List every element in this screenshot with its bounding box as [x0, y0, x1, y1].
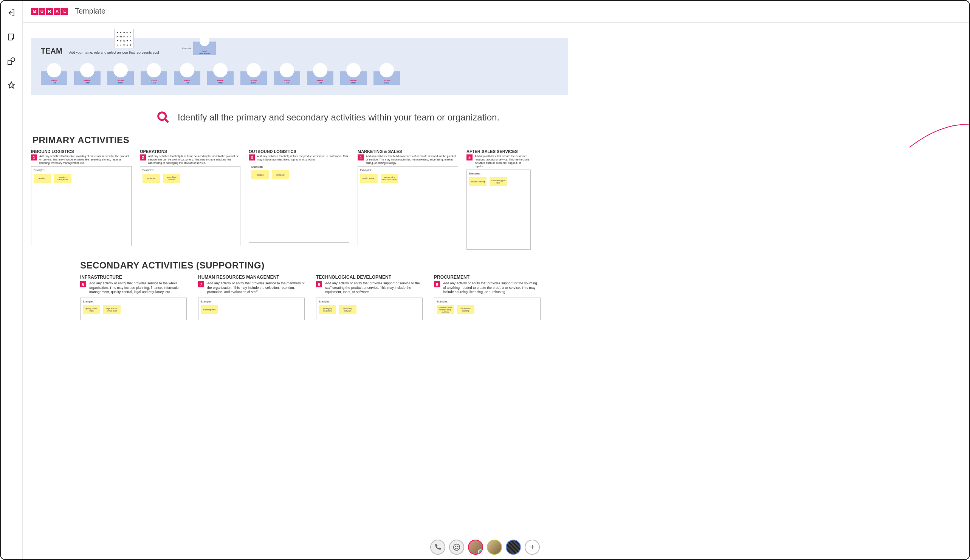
team-subtitle: Add your name, role and select an icon t…: [69, 51, 159, 54]
secondary-box-title: PROCUREMENT: [434, 275, 540, 280]
primary-box-body[interactable]: Examples:receivinginventory management: [31, 166, 132, 246]
primary-box-title: OUTBOUND LOGISTICS: [249, 149, 349, 154]
secondary-box-body[interactable]: Examples:software license for accounting…: [434, 298, 540, 320]
sticky-note[interactable]: recruiting team: [201, 305, 218, 314]
primary-box-desc: Add any activities that build awareness …: [366, 155, 458, 165]
sticky-note[interactable]: packaging machinery: [319, 305, 336, 314]
step-number: 5: [467, 155, 473, 160]
svg-point-4: [455, 546, 456, 547]
primary-box[interactable]: AFTER-SALES SERVICES5Add any activities …: [467, 149, 531, 250]
team-slot[interactable]: NameRole: [274, 72, 300, 85]
magnifier-icon: [156, 110, 171, 125]
team-slot[interactable]: NameRole: [340, 72, 367, 85]
sticky-note[interactable]: distribution: [272, 170, 289, 179]
svg-point-3: [453, 544, 460, 550]
primary-box-body[interactable]: Examples:packagingassembling materials: [140, 166, 241, 246]
sticky-note[interactable]: launch campaign: [360, 174, 378, 183]
team-slot[interactable]: NameRole: [241, 72, 267, 85]
exit-icon[interactable]: [5, 7, 17, 19]
sticky-note[interactable]: assembling materials: [163, 174, 180, 183]
team-slot[interactable]: NameRole: [174, 72, 200, 85]
sticky-note[interactable]: packaging: [142, 174, 160, 183]
topbar: M U R A L Template: [23, 0, 970, 23]
avatar-2[interactable]: [487, 540, 502, 555]
secondary-box[interactable]: PROCUREMENT9Add any activity or entity t…: [434, 275, 540, 320]
sticky-note[interactable]: inventory management: [54, 174, 72, 183]
svg-rect-0: [8, 61, 12, 65]
secondary-box-desc: Add any activity or entity that provides…: [89, 281, 187, 295]
sticky-note[interactable]: accounting software: [339, 305, 356, 314]
avatar-3[interactable]: [506, 540, 521, 555]
primary-box[interactable]: MARKETING & SALES4Add any activities tha…: [358, 149, 458, 250]
primary-box-title: MARKETING & SALES: [358, 149, 458, 154]
secondary-box-body[interactable]: Examples:recruiting team: [198, 298, 305, 320]
team-example: Example Sarah Lead Developer: [182, 42, 216, 55]
team-slot[interactable]: NameRole: [41, 72, 67, 85]
sticky-note[interactable]: shipping: [251, 170, 269, 179]
team-slot[interactable]: NameRole: [74, 72, 100, 85]
add-collaborator-button[interactable]: +: [525, 540, 540, 555]
primary-box-desc: Add any activities that involve sourcing…: [39, 155, 132, 165]
secondary-box-body[interactable]: Examples:packaging machineryaccounting s…: [316, 298, 423, 320]
team-slot[interactable]: NameRole: [140, 72, 167, 85]
shapes-icon[interactable]: [5, 55, 17, 67]
icon-palette[interactable]: ★♥♣✿☀ ☂☎✈♛✎ ⚑☯✪❖✦ ♪⌂✉☺⚙: [114, 29, 134, 48]
primary-box-desc: Add any activities that help deliver the…: [257, 155, 349, 161]
primary-box[interactable]: INBOUND LOGISTICS1Add any activities tha…: [31, 149, 132, 250]
phone-icon[interactable]: [430, 540, 445, 555]
sticky-note[interactable]: legal and risk review team: [103, 305, 120, 314]
emoji-icon[interactable]: [449, 540, 464, 555]
sticky-note[interactable]: customer training: [469, 177, 487, 186]
secondary-box-desc: Add any activity or entity that provides…: [207, 281, 305, 295]
example-card[interactable]: Sarah Lead Developer: [193, 42, 216, 55]
step-number: 8: [316, 281, 322, 287]
decorative-curve: [910, 121, 970, 151]
secondary-box-desc: Add any activity or entity that provides…: [325, 281, 423, 295]
secondary-box-body[interactable]: Examples:quality control teamlegal and r…: [80, 298, 187, 320]
step-number: 3: [249, 155, 255, 160]
svg-point-2: [158, 113, 166, 120]
secondary-activities-title: SECONDARY ACTIVITIES (SUPPORTING): [80, 260, 568, 271]
primary-box-title: OPERATIONS: [140, 149, 241, 154]
step-number: 2: [140, 155, 146, 160]
secondary-box[interactable]: TECHNOLOGICAL DEVELOPMENT8Add any activi…: [316, 275, 423, 320]
sticky-note[interactable]: pay-per-click search campaign: [381, 174, 398, 183]
primary-box[interactable]: OUTBOUND LOGISTICS3Add any activities th…: [249, 149, 349, 250]
sticky-note[interactable]: software license for accounting software: [436, 305, 454, 314]
sticky-note[interactable]: quality control team: [83, 305, 100, 314]
primary-box-desc: Add any activities that ensure the custo…: [475, 155, 531, 168]
canvas[interactable]: ★♥♣✿☀ ☂☎✈♛✎ ⚑☯✪❖✦ ♪⌂✉☺⚙ TEAM Add your na…: [23, 23, 970, 560]
secondary-box[interactable]: INFRASTRUCTURE6Add any activity or entit…: [80, 275, 187, 320]
avatar-1[interactable]: [468, 540, 483, 555]
primary-box-body[interactable]: Examples:launch campaignpay-per-click se…: [358, 166, 458, 246]
team-slot[interactable]: NameRole: [373, 72, 400, 85]
sticky-note-icon[interactable]: [5, 31, 17, 43]
left-toolbar: [0, 0, 23, 560]
team-title: TEAM: [41, 47, 62, 55]
secondary-box[interactable]: HUMAN RESOURCES MANAGEMENT7Add any activ…: [198, 275, 305, 320]
primary-box[interactable]: OPERATIONS2Add any activities that help …: [140, 149, 241, 250]
primary-box-desc: Add any activities that help turn those …: [148, 155, 241, 165]
primary-row: INBOUND LOGISTICS1Add any activities tha…: [31, 149, 568, 250]
primary-box-body[interactable]: Examples:shippingdistribution: [249, 163, 349, 243]
step-number: 4: [358, 155, 364, 160]
step-number: 7: [198, 281, 204, 287]
team-slot[interactable]: NameRole: [307, 72, 333, 85]
primary-box-title: AFTER-SALES SERVICES: [467, 149, 531, 154]
team-slot[interactable]: NameRole: [107, 72, 134, 85]
step-number: 1: [31, 155, 37, 160]
secondary-box-desc: Add any activity or entity that provides…: [443, 281, 540, 295]
team-slots-row: NameRoleNameRoleNameRoleNameRoleNameRole…: [41, 72, 558, 85]
team-section[interactable]: ★♥♣✿☀ ☂☎✈♛✎ ⚑☯✪❖✦ ♪⌂✉☺⚙ TEAM Add your na…: [31, 38, 568, 95]
sticky-note[interactable]: receiving: [33, 174, 51, 183]
sticky-note[interactable]: customer support chat: [490, 177, 507, 186]
team-slot[interactable]: NameRole: [207, 72, 234, 85]
mural-title[interactable]: Template: [75, 7, 105, 15]
sticky-note[interactable]: raw material sourcing: [457, 305, 475, 314]
star-icon[interactable]: [5, 79, 17, 92]
secondary-box-title: INFRASTRUCTURE: [80, 275, 187, 280]
svg-point-5: [457, 546, 458, 547]
primary-box-body[interactable]: Examples:customer trainingcustomer suppo…: [467, 170, 531, 250]
svg-point-1: [11, 58, 15, 62]
secondary-box-title: HUMAN RESOURCES MANAGEMENT: [198, 275, 305, 280]
